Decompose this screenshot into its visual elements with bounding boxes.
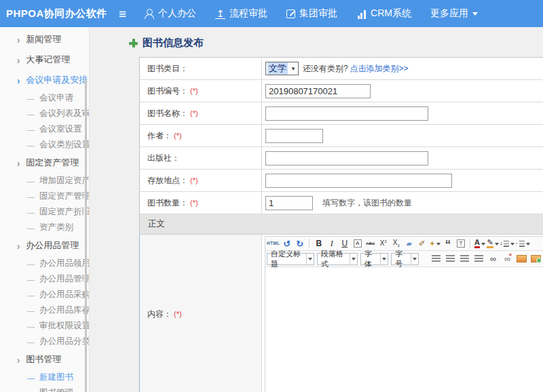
book-name-label: 图书名称： <box>147 108 188 119</box>
justify-right-button[interactable] <box>459 253 470 264</box>
editor-content-area[interactable] <box>265 267 543 392</box>
required-mark: (*) <box>190 199 198 207</box>
sidebar-parent-item[interactable]: ›新闻管理 <box>0 29 89 50</box>
location-label: 存放地点： <box>147 175 188 187</box>
blockquote-button[interactable]: “ <box>442 238 453 250</box>
justify-full-button[interactable] <box>473 253 485 264</box>
publisher-input[interactable] <box>265 151 428 165</box>
paste-plain-button[interactable]: T <box>455 238 466 250</box>
bar-chart-icon <box>356 9 367 19</box>
nav-item-more-apps[interactable]: 更多应用 <box>430 7 478 20</box>
strikethrough-button[interactable]: ABC <box>364 238 376 250</box>
font-family-select[interactable]: 字体 <box>360 253 388 265</box>
dash-icon: — <box>27 307 35 315</box>
publisher-label: 出版社： <box>147 153 180 164</box>
italic-button[interactable]: I <box>326 238 337 250</box>
bold-button[interactable]: B <box>313 238 324 250</box>
sidebar-item-label: 审批权限设置 <box>39 320 90 332</box>
insert-image-plus-button[interactable] <box>530 253 542 264</box>
sidebar-item-label: 固定资产管理 <box>39 191 90 202</box>
sidebar-sub-item[interactable]: —办公用品领用 <box>0 256 89 271</box>
justify-left-button[interactable] <box>430 253 442 264</box>
add-plus-icon <box>129 39 138 47</box>
category-hint: 还没有类别? <box>303 63 348 75</box>
html-source-button[interactable]: HTML <box>267 238 280 250</box>
sidebar-sub-item[interactable]: —办公用品分类设置 <box>0 334 89 349</box>
quantity-input[interactable] <box>265 196 313 210</box>
auto-typeset-button[interactable]: ✦ <box>429 238 441 250</box>
superscript-button[interactable]: X2 <box>377 238 389 250</box>
eraser-button[interactable]: ▰ <box>403 238 415 250</box>
link-button[interactable]: ∞ <box>487 253 499 264</box>
form-row-book-no: 图书编号： (*) <box>139 80 543 102</box>
app-logo: PHPOA协同办公软件 <box>0 7 119 20</box>
sidebar-item-label: 会议类别设置 <box>39 139 90 151</box>
sidebar-sub-item[interactable]: —固定资产折旧 <box>0 204 89 220</box>
book-name-input[interactable] <box>265 106 428 121</box>
sidebar-sub-item[interactable]: —会议室设置 <box>0 121 89 137</box>
sidebar-sub-item[interactable]: —增加固定资产 <box>0 173 89 189</box>
format-brush-button[interactable]: ✐ <box>416 238 428 250</box>
dropdown-label: 段落格式 <box>318 249 350 269</box>
sidebar-item-label: 固定资产折旧 <box>39 206 90 218</box>
underline-button[interactable]: U <box>339 238 350 250</box>
subscript-button[interactable]: X2 <box>390 238 402 250</box>
sidebar-parent-item[interactable]: ›大事记管理 <box>0 50 89 70</box>
sidebar-sub-item[interactable]: —办公用品管理 <box>0 271 89 287</box>
sidebar-parent-item[interactable]: ›会议申请及安排 <box>0 70 89 90</box>
fore-color-button[interactable]: A <box>474 238 485 250</box>
font-border-button[interactable]: A <box>352 238 363 250</box>
chevron-right-icon: › <box>17 74 20 85</box>
sidebar-sub-item[interactable]: —会议列表及审批 <box>0 106 89 121</box>
justify-center-button[interactable] <box>445 253 456 264</box>
sidebar-sub-item[interactable]: —会议申请 <box>0 90 89 106</box>
unordered-list-button[interactable]: • <box>516 238 530 250</box>
sidebar-sub-item[interactable]: —办公用品库存管理 <box>0 302 89 318</box>
insert-image-button[interactable] <box>516 253 527 264</box>
category-select[interactable]: 文学 ▼ <box>265 62 299 75</box>
sidebar-item-label: 办公用品库存管理 <box>39 305 90 316</box>
editor-toolbar-row2: 自定义标题段落格式字体字号∞∞ <box>265 251 543 267</box>
ordered-list-button[interactable]: 1 <box>500 238 514 250</box>
sidebar-sub-item[interactable]: —审批权限设置 <box>0 318 89 334</box>
caret-down-icon <box>472 12 478 18</box>
undo-button[interactable]: ↺ <box>281 238 293 250</box>
sidebar-item-label: 资产类别 <box>39 222 73 233</box>
paragraph-format-select[interactable]: 段落格式 <box>317 253 358 265</box>
redo-button[interactable]: ↻ <box>294 238 305 250</box>
sidebar-sub-item[interactable]: —资产类别 <box>0 220 89 235</box>
add-category-link[interactable]: 点击添加类别>> <box>350 63 409 75</box>
dash-icon: — <box>27 389 35 392</box>
location-input[interactable] <box>265 174 452 188</box>
sidebar-parent-item[interactable]: ›固定资产管理 <box>0 153 89 173</box>
sidebar-sub-item[interactable]: —新建图书 <box>0 370 89 385</box>
sidebar-parent-item[interactable]: ›图书管理 <box>0 349 89 370</box>
book-publish-form: 图书类目： 文学 ▼ 还没有类别? 点击添加类别>> 图书编号： (*) <box>139 57 543 392</box>
custom-title-select[interactable]: 自定义标题 <box>267 253 314 265</box>
required-mark: (*) <box>190 176 198 184</box>
required-mark: (*) <box>174 132 182 140</box>
nav-item-label: CRM系统 <box>371 7 411 20</box>
nav-item-group-approval[interactable]: 集团审批 <box>286 7 337 20</box>
back-color-button[interactable]: ✎ <box>487 238 498 250</box>
nav-item-personal-office[interactable]: 个人办公 <box>144 7 196 20</box>
sidebar-item-label: 增加固定资产 <box>39 175 90 187</box>
nav-item-crm-system[interactable]: CRM系统 <box>356 7 411 20</box>
book-no-input[interactable] <box>265 84 371 98</box>
flow-approval-icon <box>215 9 225 19</box>
sidebar-sub-item[interactable]: —会议类别设置 <box>0 137 89 153</box>
sidebar-item-label: 会议申请 <box>39 92 73 104</box>
nav-item-workflow-approval[interactable]: 流程审批 <box>215 7 267 20</box>
form-row-book-name: 图书名称： (*) <box>139 102 543 125</box>
unlink-button[interactable]: ∞ <box>502 253 513 264</box>
font-size-select[interactable]: 字号 <box>391 253 419 265</box>
hamburger-icon[interactable]: ≡ <box>119 7 126 20</box>
sidebar-sub-item[interactable]: —办公用品采购 <box>0 287 89 302</box>
sidebar-sub-item[interactable]: —图书管理 <box>0 385 89 392</box>
sidebar-sub-item[interactable]: —固定资产管理 <box>0 189 89 204</box>
sidebar-scrollbar[interactable] <box>85 79 87 392</box>
sidebar-item-label: 图书管理 <box>39 387 73 392</box>
sidebar-parent-item[interactable]: ›办公用品管理 <box>0 235 89 256</box>
author-input[interactable] <box>265 129 323 143</box>
required-mark: (*) <box>190 87 198 95</box>
